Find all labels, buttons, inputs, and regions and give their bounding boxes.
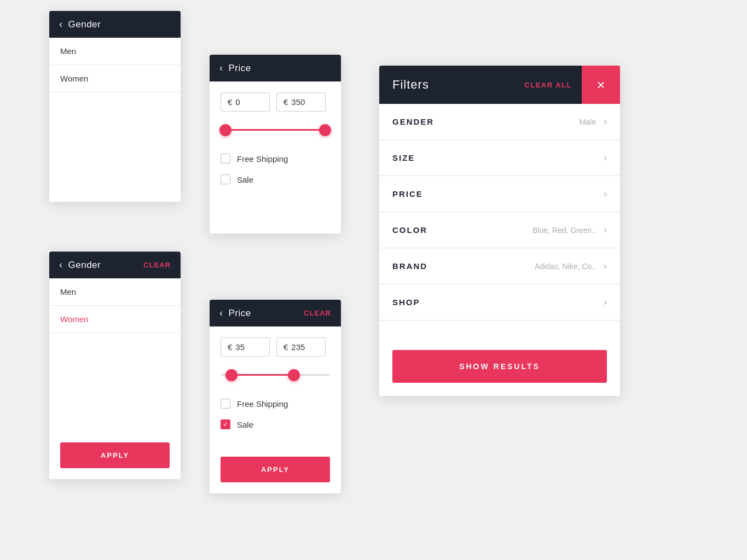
gender-panel-2-clear[interactable]: CLEAR: [143, 261, 171, 269]
filters-show-results-button[interactable]: SHOW RESULTS: [392, 350, 607, 383]
price-panel-2-min-val: 35: [235, 342, 245, 352]
filter-row-brand[interactable]: BRAND Adidas, Nike, Co.. ›: [379, 248, 620, 284]
filter-gender-value: Male: [580, 118, 596, 126]
gender-panel-1-men[interactable]: Men: [49, 38, 181, 65]
price-panel-1-min-currency: €: [228, 97, 232, 107]
price-panel-2-title: Price: [229, 308, 299, 319]
gender-panel-2: ‹ Gender CLEAR Men Women APPLY: [49, 252, 181, 479]
gender-panel-1-header: ‹ Gender: [49, 11, 181, 38]
filter-size-label: SIZE: [392, 153, 596, 162]
price-panel-2-min-box[interactable]: € 35: [221, 337, 270, 357]
filters-close-icon: ×: [597, 77, 605, 94]
gender-panel-2-title: Gender: [68, 260, 138, 271]
price-panel-2-slider[interactable]: [210, 365, 341, 393]
filter-row-shop[interactable]: SHOP ›: [379, 284, 620, 320]
price-panel-1-back-icon[interactable]: ‹: [219, 62, 223, 74]
price-panel-2-max-box[interactable]: € 235: [276, 337, 326, 357]
filters-panel: Filters CLEAR ALL × GENDER Male › SIZE ›…: [379, 66, 620, 396]
price-panel-2-thumb-left[interactable]: [225, 369, 238, 381]
price-panel-2-track: [221, 374, 330, 376]
price-panel-2-min-currency: €: [228, 342, 232, 352]
price-panel-1-min-val: 0: [235, 97, 240, 107]
filter-price-label: PRICE: [392, 189, 596, 199]
filter-gender-label: GENDER: [392, 117, 580, 126]
filters-header: Filters CLEAR ALL ×: [379, 66, 620, 104]
price-panel-2-inputs: € 35 € 235: [210, 326, 341, 365]
price-panel-1-inputs: € 0 € 350: [210, 81, 341, 120]
price-panel-1-max-box[interactable]: € 350: [276, 92, 326, 112]
filter-color-label: COLOR: [392, 225, 532, 235]
price-panel-1-sale-checkbox[interactable]: [221, 174, 230, 184]
filter-price-chevron-icon: ›: [604, 188, 607, 200]
price-panel-1-header: ‹ Price: [210, 55, 341, 81]
filters-title: Filters: [392, 78, 429, 91]
price-panel-1-free-shipping-label: Free Shipping: [237, 154, 288, 164]
price-panel-2-clear[interactable]: CLEAR: [304, 309, 331, 317]
price-panel-2-free-shipping-checkbox[interactable]: [221, 399, 230, 409]
price-panel-2-fill: [231, 374, 294, 376]
price-panel-2-free-shipping[interactable]: Free Shipping: [210, 393, 341, 414]
price-panel-1-min-box[interactable]: € 0: [221, 92, 270, 112]
gender-panel-1-women[interactable]: Women: [49, 65, 181, 92]
price-panel-1: ‹ Price € 0 € 350 Free Shipping Sale: [210, 55, 341, 234]
price-panel-1-sale-label: Sale: [237, 175, 253, 184]
filter-shop-chevron-icon: ›: [604, 296, 607, 308]
price-panel-2-max-val: 235: [291, 342, 305, 352]
price-panel-1-max-val: 350: [291, 97, 305, 107]
filter-row-gender[interactable]: GENDER Male ›: [379, 104, 620, 140]
price-panel-2: ‹ Price CLEAR € 35 € 235 Free Shipping S…: [210, 300, 341, 493]
price-panel-2-back-icon[interactable]: ‹: [219, 307, 223, 319]
price-panel-1-fill: [221, 129, 330, 131]
filter-brand-value: Adidas, Nike, Co..: [535, 262, 596, 271]
price-panel-2-sale-label: Sale: [237, 420, 253, 429]
gender-panel-2-header: ‹ Gender CLEAR: [49, 252, 181, 278]
filter-row-size[interactable]: SIZE ›: [379, 140, 620, 176]
filter-row-color[interactable]: COLOR Blue, Red, Green.. ›: [379, 212, 620, 248]
price-panel-1-slider[interactable]: [210, 120, 341, 148]
price-panel-1-max-currency: €: [283, 97, 288, 107]
price-panel-2-max-currency: €: [283, 342, 288, 352]
filter-shop-label: SHOP: [392, 298, 596, 307]
price-panel-2-sale[interactable]: Sale: [210, 414, 341, 435]
price-panel-2-header: ‹ Price CLEAR: [210, 300, 341, 326]
gender-panel-2-women[interactable]: Women: [49, 306, 181, 333]
gender-panel-2-men[interactable]: Men: [49, 278, 181, 306]
price-panel-1-title: Price: [229, 63, 332, 74]
price-panel-2-free-shipping-label: Free Shipping: [237, 399, 288, 409]
gender-panel-1-back-icon[interactable]: ‹: [59, 19, 63, 30]
gender-panel-2-back-icon[interactable]: ‹: [59, 259, 63, 271]
filter-brand-chevron-icon: ›: [604, 260, 607, 272]
price-panel-1-thumb-left[interactable]: [219, 124, 231, 136]
price-panel-1-free-shipping[interactable]: Free Shipping: [210, 148, 341, 169]
gender-panel-2-apply[interactable]: APPLY: [60, 442, 170, 468]
filter-brand-label: BRAND: [392, 261, 535, 271]
price-panel-2-thumb-right[interactable]: [288, 369, 300, 381]
price-panel-1-track: [221, 129, 330, 131]
filter-gender-chevron-icon: ›: [604, 116, 607, 127]
filter-color-chevron-icon: ›: [604, 224, 607, 236]
filters-title-area: Filters: [379, 67, 514, 103]
filters-clear-all[interactable]: CLEAR ALL: [514, 70, 582, 100]
filter-size-chevron-icon: ›: [604, 152, 607, 164]
price-panel-2-apply[interactable]: APPLY: [221, 457, 330, 482]
price-panel-1-sale[interactable]: Sale: [210, 169, 341, 190]
gender-panel-1-title: Gender: [68, 19, 171, 30]
price-panel-1-free-shipping-checkbox[interactable]: [221, 154, 230, 164]
filter-row-price[interactable]: PRICE ›: [379, 176, 620, 212]
filters-close-button[interactable]: ×: [582, 66, 620, 104]
price-panel-2-sale-checkbox[interactable]: [221, 419, 230, 429]
gender-panel-1: ‹ Gender Men Women: [49, 11, 181, 202]
price-panel-1-thumb-right[interactable]: [319, 124, 331, 136]
filter-color-value: Blue, Red, Green..: [532, 226, 596, 235]
